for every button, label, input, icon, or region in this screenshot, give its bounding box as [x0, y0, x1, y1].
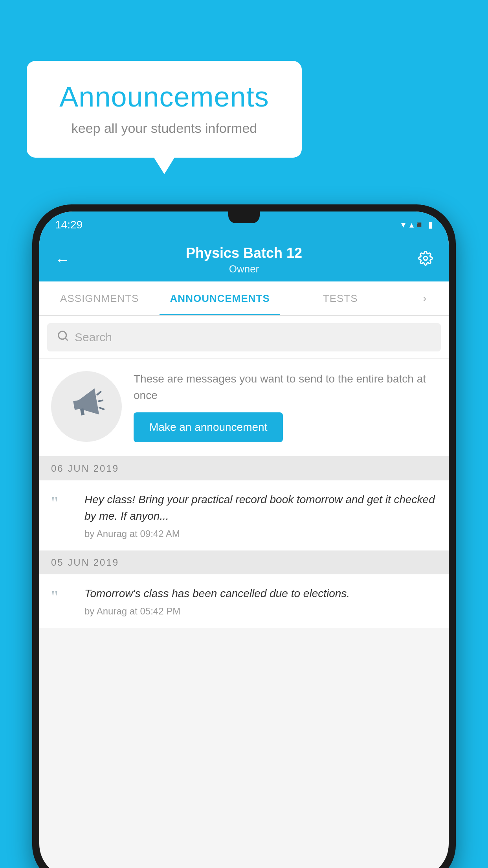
make-announcement-button[interactable]: Make an announcement — [134, 412, 283, 442]
search-container: Search — [39, 316, 449, 359]
announcement-prompt: These are messages you want to send to t… — [39, 359, 449, 457]
announcement-icon-circle — [51, 371, 122, 442]
announcement-meta-1: by Anurag at 09:42 AM — [84, 528, 437, 539]
announcement-right: These are messages you want to send to t… — [134, 371, 437, 442]
phone-notch — [228, 211, 260, 223]
phone-screen: 14:29 ▾ ▴◾ ▮ ← Physics Batch 12 Owner — [39, 211, 449, 868]
announcement-item-2[interactable]: " Tomorrow's class has been cancelled du… — [39, 574, 449, 628]
back-button[interactable]: ← — [51, 248, 74, 271]
tabs-bar: ASSIGNMENTS ANNOUNCEMENTS TESTS › — [39, 281, 449, 316]
battery-icon: ▮ — [428, 220, 433, 230]
search-icon — [57, 330, 69, 345]
megaphone-icon — [65, 383, 107, 430]
tab-tests[interactable]: TESTS — [280, 281, 400, 315]
tab-assignments[interactable]: ASSIGNMENTS — [39, 281, 160, 315]
search-bar[interactable]: Search — [47, 323, 441, 351]
header-subtitle: Owner — [74, 263, 414, 275]
quote-icon-2: " — [51, 585, 75, 606]
svg-line-4 — [99, 400, 103, 401]
svg-line-3 — [97, 392, 101, 395]
tab-more[interactable]: › — [400, 292, 449, 305]
tab-announcements[interactable]: ANNOUNCEMENTS — [160, 281, 280, 315]
announcement-content-1: Hey class! Bring your practical record b… — [84, 491, 437, 539]
quote-icon-1: " — [51, 491, 75, 512]
announcement-text-2: Tomorrow's class has been cancelled due … — [84, 585, 437, 602]
speech-bubble: Announcements keep all your students inf… — [27, 61, 302, 158]
header-title: Physics Batch 12 — [74, 245, 414, 261]
phone-frame: 14:29 ▾ ▴◾ ▮ ← Physics Batch 12 Owner — [32, 204, 456, 868]
svg-line-5 — [99, 407, 104, 410]
bubble-subtitle: keep all your students informed — [50, 121, 278, 136]
status-time: 14:29 — [55, 219, 83, 231]
svg-point-0 — [424, 256, 427, 260]
speech-bubble-container: Announcements keep all your students inf… — [27, 61, 302, 158]
svg-line-2 — [65, 338, 67, 340]
announcement-text-1: Hey class! Bring your practical record b… — [84, 491, 437, 524]
status-icons: ▾ ▴◾ ▮ — [401, 220, 433, 230]
announcement-description: These are messages you want to send to t… — [134, 371, 437, 404]
date-label-2: 05 JUN 2019 — [51, 557, 119, 568]
date-divider-1: 06 JUN 2019 — [39, 457, 449, 480]
announcement-meta-2: by Anurag at 05:42 PM — [84, 606, 437, 617]
bubble-title: Announcements — [50, 81, 278, 113]
status-bar: 14:29 ▾ ▴◾ ▮ — [39, 211, 449, 238]
announcement-content-2: Tomorrow's class has been cancelled due … — [84, 585, 437, 617]
app-header: ← Physics Batch 12 Owner — [39, 238, 449, 281]
date-label-1: 06 JUN 2019 — [51, 463, 119, 474]
header-title-area: Physics Batch 12 Owner — [74, 245, 414, 275]
date-divider-2: 05 JUN 2019 — [39, 551, 449, 574]
announcement-item-1[interactable]: " Hey class! Bring your practical record… — [39, 480, 449, 551]
search-placeholder: Search — [75, 331, 112, 344]
settings-button[interactable] — [414, 247, 437, 273]
wifi-icon: ▾ — [401, 220, 405, 230]
signal-icon: ▴◾ — [409, 220, 424, 230]
